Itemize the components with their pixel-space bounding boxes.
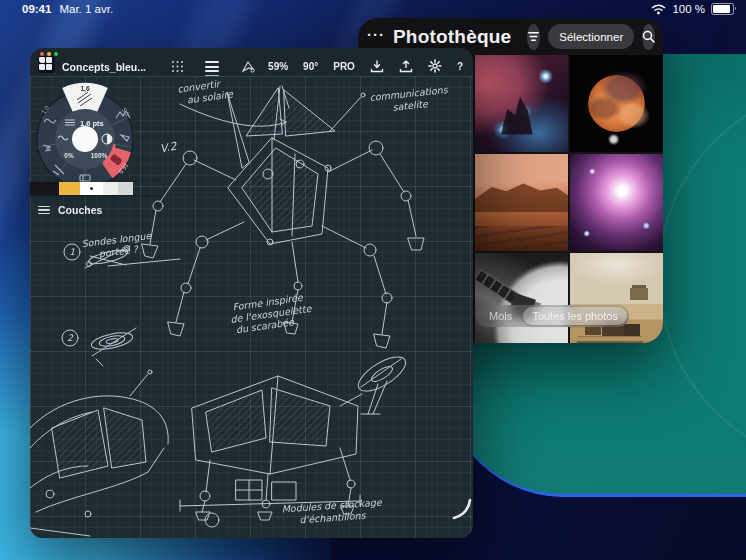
help-button[interactable]: ? [457, 61, 463, 72]
window-options-button[interactable]: ··· [367, 30, 385, 40]
palette-swatch-white-selected[interactable] [80, 182, 103, 195]
gallery-grid-icon[interactable] [172, 61, 183, 72]
clock: 09:41 [22, 3, 51, 15]
zoom-window-icon[interactable] [54, 52, 58, 56]
palette-swatch-gray[interactable] [118, 182, 133, 195]
pencil-size-label: 1,6 [80, 85, 89, 93]
tab-all-photos[interactable]: Toutes les photos [523, 307, 627, 325]
annotation-version: V.2 [159, 141, 177, 155]
status-bar: 09:41 Mar. 1 avr. 100 % [0, 3, 746, 19]
photo-tile-mars-desert[interactable] [475, 154, 568, 251]
window-controls[interactable] [40, 52, 58, 56]
filter-button[interactable] [527, 24, 540, 50]
date: Mar. 1 avr. [59, 3, 113, 15]
concepts-logo-icon[interactable] [38, 56, 55, 73]
tab-month[interactable]: Mois [478, 307, 523, 325]
export-icon[interactable] [399, 60, 413, 73]
minimize-icon[interactable] [47, 52, 51, 56]
palette-swatch-black[interactable] [30, 182, 59, 195]
photo-tile-orion-nebula[interactable] [570, 154, 663, 251]
photo-tile-desert-rover[interactable] [570, 253, 663, 343]
photo-tile-mars-planet[interactable] [570, 55, 663, 152]
import-icon[interactable] [370, 60, 384, 73]
palette-swatch-orange[interactable] [59, 182, 80, 195]
search-icon [642, 30, 655, 43]
palette-swatch-offwhite[interactable] [103, 182, 118, 195]
layers-list-icon [38, 206, 50, 215]
zoom-level[interactable]: 59% [268, 61, 288, 72]
opacity-min-label: 0% [64, 152, 74, 159]
photos-title: Photothèque [393, 26, 511, 48]
drawing-canvas[interactable]: 1 2 [30, 76, 473, 538]
photo-tile-flame-nebula[interactable] [475, 55, 568, 152]
tool-wheel[interactable]: 1,6 1,0 5,5 16,5 0,9 [37, 83, 133, 190]
probe-number-1: 1 [69, 247, 75, 257]
opacity-max-label: 100% [91, 152, 108, 159]
layers-panel-icon[interactable] [205, 61, 219, 72]
search-button[interactable] [642, 24, 655, 50]
layers-label: Couches [58, 204, 102, 216]
concepts-window: Concepts_bleu... 59% 90° PRO [30, 48, 473, 538]
photo-tile-spacecraft[interactable] [475, 253, 568, 343]
pro-badge[interactable]: PRO [333, 61, 355, 72]
select-button[interactable]: Sélectionner [548, 24, 634, 49]
photos-view-switcher: Mois Toutes les photos [476, 305, 629, 327]
color-preview[interactable] [72, 126, 98, 152]
wifi-icon [651, 4, 666, 15]
rotation-value[interactable]: 90° [303, 61, 318, 72]
settings-gear-icon[interactable] [428, 59, 442, 73]
selection-tool-icon[interactable] [241, 60, 255, 73]
battery-icon [711, 3, 734, 15]
concepts-toolbar: Concepts_bleu... 59% 90° PRO [30, 48, 473, 76]
filter-lines-icon [527, 31, 540, 42]
close-icon[interactable] [40, 52, 44, 56]
battery-percent: 100 % [672, 3, 705, 15]
document-title[interactable]: Concepts_bleu... [62, 61, 146, 73]
layers-row[interactable]: Couches [38, 204, 102, 216]
probe-number-2: 2 [67, 333, 74, 343]
color-palette [30, 182, 163, 195]
